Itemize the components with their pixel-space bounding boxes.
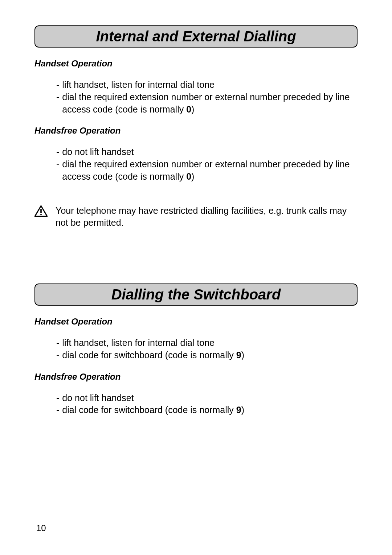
page-number: 10: [36, 523, 46, 533]
bullet-item: - dial the required extension number or …: [56, 91, 358, 116]
text-before: dial code for switchboard (code is norma…: [62, 350, 236, 360]
bullet-list: - lift handset, listen for internal dial…: [56, 337, 358, 362]
subsection-heading: Handsfree Operation: [34, 372, 358, 382]
text-before: dial code for switchboard (code is norma…: [62, 405, 236, 415]
bullet-item: - dial the required extension number or …: [56, 158, 358, 183]
bullet-item: - lift handset, listen for internal dial…: [56, 337, 358, 349]
bullet-text: lift handset, listen for internal dial t…: [62, 337, 358, 349]
text-after: ): [191, 104, 194, 114]
bullet-text: dial the required extension number or ex…: [62, 91, 358, 116]
text-after: ): [241, 405, 244, 415]
subsection-heading: Handsfree Operation: [34, 126, 358, 136]
text-before: dial the required extension number or ex…: [62, 92, 350, 114]
bullet-list: - do not lift handset - dial code for sw…: [56, 392, 358, 417]
bullet-text: dial code for switchboard (code is norma…: [62, 349, 358, 362]
bold-code: 0: [186, 171, 191, 181]
bullet-item: - dial code for switchboard (code is nor…: [56, 404, 358, 416]
bullet-dash: -: [56, 349, 59, 362]
bullet-dash: -: [56, 91, 59, 116]
warning-icon: [34, 205, 48, 217]
subsection-heading: Handset Operation: [34, 58, 358, 69]
svg-rect-1: [40, 209, 42, 213]
section-title-2: Dialling the Switchboard: [34, 283, 358, 306]
text-after: ): [191, 171, 194, 181]
bold-code: 9: [236, 405, 241, 415]
bullet-text: lift handset, listen for internal dial t…: [62, 79, 358, 91]
bold-code: 9: [236, 350, 241, 360]
warning-text: Your telephone may have restricted diall…: [56, 205, 358, 229]
bold-code: 0: [186, 104, 191, 114]
bullet-item: - do not lift handset: [56, 146, 358, 158]
text-after: ): [241, 350, 244, 360]
bullet-dash: -: [56, 158, 59, 183]
bullet-dash: -: [56, 337, 59, 349]
bullet-dash: -: [56, 79, 59, 91]
text-before: dial the required extension number or ex…: [62, 159, 350, 181]
bullet-list: - do not lift handset - dial the require…: [56, 146, 358, 183]
bullet-text: dial the required extension number or ex…: [62, 158, 358, 183]
svg-rect-2: [40, 214, 42, 215]
bullet-text: do not lift handset: [62, 146, 358, 158]
bullet-dash: -: [56, 146, 59, 158]
bullet-text: do not lift handset: [62, 392, 358, 404]
bullet-list: - lift handset, listen for internal dial…: [56, 79, 358, 115]
bullet-item: - lift handset, listen for internal dial…: [56, 79, 358, 91]
section-title-1: Internal and External Dialling: [34, 25, 358, 48]
bullet-item: - do not lift handset: [56, 392, 358, 404]
subsection-heading: Handset Operation: [34, 317, 358, 327]
warning-row: Your telephone may have restricted diall…: [34, 205, 358, 229]
bullet-dash: -: [56, 392, 59, 404]
bullet-text: dial code for switchboard (code is norma…: [62, 404, 358, 416]
bullet-dash: -: [56, 404, 59, 416]
bullet-item: - dial code for switchboard (code is nor…: [56, 349, 358, 362]
